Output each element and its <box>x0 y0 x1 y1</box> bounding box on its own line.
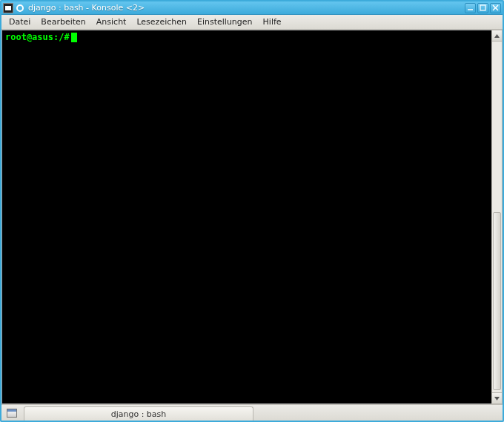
menu-datei[interactable]: Datei <box>4 16 35 28</box>
window-title: django : bash - Konsole <2> <box>28 3 465 13</box>
scroll-thumb[interactable] <box>493 212 501 390</box>
tab-django-bash[interactable]: django : bash <box>24 406 253 421</box>
shell-prompt: root@asus:/# <box>5 32 70 43</box>
terminal[interactable]: root@asus:/# <box>1 30 491 404</box>
menu-ansicht[interactable]: Ansicht <box>92 16 131 28</box>
terminal-area: root@asus:/# <box>1 30 503 404</box>
menu-hilfe[interactable]: Hilfe <box>259 16 286 28</box>
new-tab-button[interactable] <box>3 405 21 421</box>
system-menu-icon[interactable] <box>3 3 13 13</box>
menu-lesezeichen[interactable]: Lesezeichen <box>132 16 191 28</box>
window-controls <box>465 3 501 13</box>
svg-marker-5 <box>494 397 500 400</box>
tabbar: django : bash <box>1 404 503 421</box>
menu-bearbeiten[interactable]: Bearbeiten <box>36 16 90 28</box>
cursor-icon <box>71 33 77 42</box>
close-button[interactable] <box>490 3 501 13</box>
scroll-track[interactable] <box>492 42 502 392</box>
minimize-button[interactable] <box>465 3 476 13</box>
titlebar[interactable]: django : bash - Konsole <2> <box>1 1 503 15</box>
svg-marker-4 <box>494 34 500 38</box>
tab-label: django : bash <box>111 409 167 419</box>
app-icon <box>15 3 25 13</box>
scroll-down-button[interactable] <box>492 392 502 403</box>
menubar: Datei Bearbeiten Ansicht Lesezeichen Ein… <box>1 15 503 30</box>
svg-rect-1 <box>480 5 485 10</box>
prompt-line: root@asus:/# <box>5 32 488 43</box>
menu-einstellungen[interactable]: Einstellungen <box>193 16 257 28</box>
maximize-button[interactable] <box>477 3 488 13</box>
vertical-scrollbar[interactable] <box>491 30 503 404</box>
konsole-window: django : bash - Konsole <2> Datei Bearbe… <box>0 0 504 422</box>
scroll-up-button[interactable] <box>492 30 502 42</box>
new-tab-icon <box>7 409 17 418</box>
